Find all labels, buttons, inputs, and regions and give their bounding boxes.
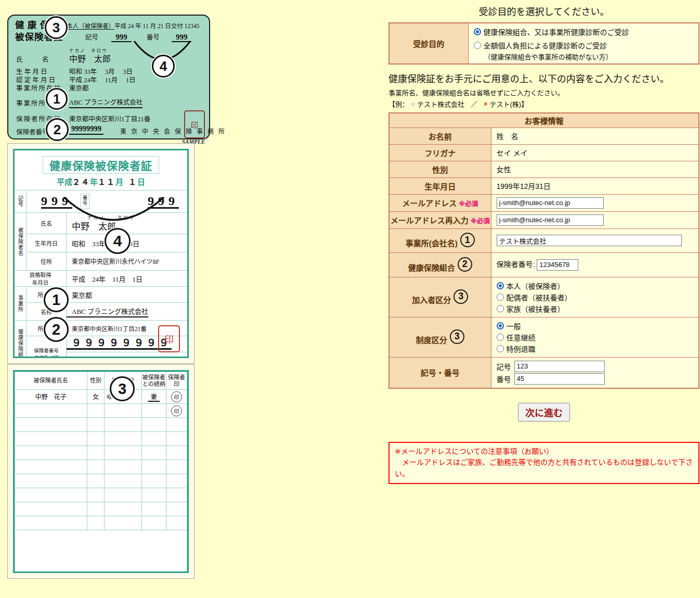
member-type-option-2[interactable]: 配偶者（被扶養者） [497, 292, 694, 302]
cross-ng-icon: × [484, 100, 488, 108]
card-a-insurer-num-value: 99999999 [69, 124, 103, 135]
number-field-label: 番号 [497, 374, 511, 384]
card-a-insurer-name: 東 京 中 央 会 保 険 事 務 所 [120, 126, 226, 136]
card-c-empty-row [15, 432, 187, 446]
purpose-option-2[interactable]: 全額個人負担による健康診断のご受診 [474, 40, 694, 50]
annotation-circle-4: 4 [152, 55, 175, 78]
card-c-empty-row [15, 418, 187, 432]
card-b: 健康保険被保険者証 平成２４年１１月１日 記号 999 番号 999 被保険者名… [13, 149, 189, 358]
system-type-options: 一般 任意継続 特例退職 [491, 317, 699, 357]
purpose-options-cell: 健康保険組合、又は事業所健康診断のご受診 全額個人負担による健康診断のご受診 （… [468, 23, 699, 64]
customer-table: お客様情報 お名前 姓 名 フリガナ セイ メイ 性別 女性 生年月日 1999… [388, 112, 699, 389]
card-b-title: 健康保険被保険者証 [43, 156, 159, 174]
card-a-name-label: 氏 名 [16, 54, 49, 64]
card-c-row1-sex: 女 [87, 390, 105, 404]
name-label: お名前 [389, 128, 491, 144]
example-ng-text: テスト(株)】 [490, 99, 528, 109]
annotation-circle-2: 2 [458, 257, 472, 272]
radio-unselected-icon[interactable] [497, 345, 504, 352]
member-type-option-3-label: 家族（被扶養者） [507, 303, 565, 314]
annotation-circle-3: 3 [45, 16, 68, 39]
number-input[interactable] [514, 373, 605, 385]
card-a-issue-text: 平成 24 年 11 月 21 日交付 12345 [114, 23, 199, 29]
card-a-holder: 本人（被保険者） [67, 23, 114, 30]
card-c-empty-row [15, 460, 187, 474]
member-type-label: 加入者区分 [412, 295, 451, 304]
card-b-qualify-label: 資格取得 年月日 [30, 271, 51, 286]
annotation-circle-2: 2 [46, 118, 69, 141]
circle-ok-icon: ○ [411, 100, 415, 108]
radio-selected-icon[interactable] [497, 282, 504, 289]
prepare-note: 事業所名、健康保険組合名は省略せずにご入力ください。 [388, 87, 699, 97]
seal-glyph: 印 [190, 119, 198, 130]
radio-unselected-icon[interactable] [497, 305, 504, 312]
email-confirm-input[interactable] [497, 214, 604, 226]
annotation-circle-1: 1 [460, 233, 475, 247]
radio-unselected-icon[interactable] [474, 42, 481, 49]
card-c-empty-row [15, 474, 187, 488]
seal-glyph: 印 [164, 332, 174, 346]
radio-unselected-icon[interactable] [497, 294, 504, 301]
radio-selected-icon[interactable] [474, 28, 481, 35]
office-name-input[interactable] [497, 235, 682, 246]
warning-line-2: メールアドレスはご家族、ご勤務先等で他の方と共有されているものは登録しないで下さ… [395, 457, 693, 479]
radio-selected-icon[interactable] [497, 322, 504, 329]
card-b-union-num-value: ９９９９９９９９ [67, 338, 172, 350]
card-a-office-name-label: 事業所所 [16, 98, 46, 108]
card-b-date: 平成２４年１１月１日 [15, 176, 187, 187]
example-pre: 【例： [388, 99, 409, 109]
system-type-option-3-label: 特例退職 [507, 343, 536, 354]
member-type-option-1[interactable]: 本人（被保険者） [497, 281, 694, 291]
annotation-circle-3: 3 [450, 329, 464, 344]
system-type-option-3[interactable]: 特例退職 [497, 343, 694, 354]
insurance-card-sample-vertical: 健康保険被保険者証 平成２４年１１月１日 記号 999 番号 999 被保険者名… [7, 143, 195, 364]
email-warning-box: ※メールアドレスについての注意事項（お願い） メールアドレスはご家族、ご勤務先等… [388, 442, 699, 484]
sex-value: 女性 [491, 161, 699, 177]
union-label-cell: 健康保険組合2 [389, 252, 491, 277]
annotation-curve [61, 196, 171, 230]
annotation-circle-2: 2 [44, 317, 69, 342]
card-a-insurer-addr-value: 東京都中央区新川1丁目21番 [69, 113, 150, 123]
card-c-header-row: 被保険者氏名 性別 生年月日 被保険者 との続柄 保険者 印 [15, 372, 187, 390]
member-type-option-2-label: 配偶者（被扶養者） [507, 292, 572, 302]
card-b-office-section-label: 事業所 [17, 295, 24, 312]
card-b-date-month: １１ [98, 177, 115, 186]
card-b-office-addr-value: 東京都 [67, 290, 92, 300]
office-label: 事業所(会社名) [406, 239, 458, 248]
card-c-empty-row [15, 488, 187, 502]
insurer-number-input[interactable] [537, 259, 578, 271]
purpose-option-1-label: 健康保険組合、又は事業所健康診断のご受診 [484, 27, 629, 37]
submit-area: 次に進む [388, 403, 699, 422]
next-button[interactable]: 次に進む [518, 403, 570, 422]
email-input[interactable] [497, 197, 604, 209]
card-a-symbol-value: 999 [111, 33, 132, 42]
card-b-date-era: 平成 [57, 177, 72, 186]
card-c-header-relation: 被保険者 との続柄 [141, 372, 166, 390]
purpose-option-1[interactable]: 健康保険組合、又は事業所健康診断のご受診 [474, 27, 694, 37]
symbol-number-label: 記号・番号 [389, 357, 491, 388]
card-c-row1-name: 中野 花子 [15, 390, 87, 404]
card-c-row-2: 印 [15, 404, 187, 418]
system-type-option-2[interactable]: 任意継続 [497, 332, 694, 342]
sex-label: 性別 [389, 161, 491, 177]
symbol-input[interactable] [514, 361, 605, 372]
annotation-circle-3: 3 [453, 289, 468, 304]
system-type-label: 制度区分 [416, 335, 447, 344]
purpose-heading: 受診目的を選択してください。 [388, 4, 699, 18]
member-type-option-3[interactable]: 家族（被扶養者） [497, 303, 694, 314]
card-a-insurer-num-label: 保険者番号 [16, 126, 49, 136]
system-type-option-1[interactable]: 一般 [497, 321, 694, 331]
card-c-empty-row [15, 516, 187, 530]
card-b-symbol-label: 記号 [17, 196, 24, 207]
symbol-field-label: 記号 [497, 361, 511, 372]
card-b-date-day: １ [128, 177, 137, 186]
system-type-option-2-label: 任意継続 [507, 332, 536, 342]
example-ok-text: テスト株式会社 [417, 99, 464, 109]
example-separator: ／ [471, 99, 477, 109]
card-b-union-section-label: 健康保険組合 [17, 329, 24, 359]
member-type-label-cell: 加入者区分3 [389, 277, 491, 317]
required-badge: ※必須 [459, 200, 478, 208]
office-label-cell: 事業所(会社名)1 [389, 228, 491, 252]
radio-unselected-icon[interactable] [497, 334, 504, 341]
seal-glyph: 印 [174, 393, 179, 401]
